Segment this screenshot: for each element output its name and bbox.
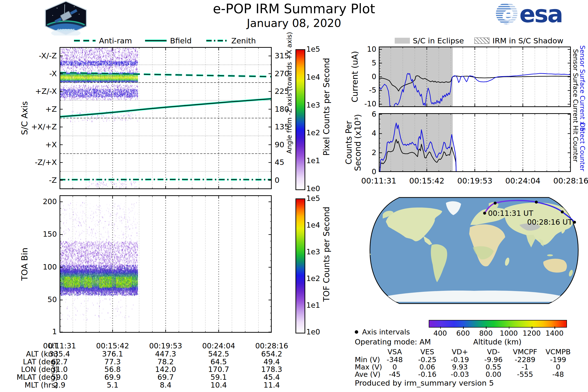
current-ytick-label: -10 (352, 100, 376, 108)
pixel-colorbar-tick: 1e5 (306, 45, 320, 53)
altitude-tick-mark (440, 326, 441, 329)
altitude-tick-label: 1400 (542, 329, 567, 337)
toa-overlay (60, 195, 272, 333)
ephemeris-cell: 64.5 (192, 358, 246, 366)
axis-interval-dot-icon (355, 330, 358, 334)
ephemeris-cell: 45.4 (245, 374, 299, 381)
ephemeris-cell: 69.9 (86, 374, 140, 381)
tof-colorbar-tick: 1e0 (306, 328, 320, 336)
toa-ytick-label: 1 (32, 328, 57, 336)
current-panel (379, 46, 571, 107)
altitude-tick-label: 1200 (520, 329, 544, 337)
track-end-label: 00:28:16 UT (527, 218, 572, 226)
sc-axis-sector-label: -X/-Z (24, 52, 57, 60)
altitude-colorbar (429, 320, 567, 328)
ephemeris-cell: 11.4 (245, 381, 299, 389)
toa-ylabel: TOA Bin (20, 227, 30, 301)
tof-colorbar-tick: 1e4 (306, 221, 320, 229)
ephemeris-cell: 170.7 (192, 366, 246, 374)
ephemeris-cell: 5.1 (86, 381, 140, 389)
toa-ytick-label: 50 (32, 296, 57, 304)
ephemeris-cell: 31.0 (32, 366, 86, 374)
legend-label: S/C in Eclipse (413, 36, 464, 45)
ephemeris-cell: 142.0 (139, 366, 192, 374)
dashdot-line-sample-icon (206, 38, 228, 43)
legend-item-anti-ram: Anti-ram (74, 36, 132, 45)
sc-axis-sector-label: -X (24, 70, 57, 78)
pixel-colorbar-tick: 1e3 (306, 101, 320, 109)
current-right-label-blue: Sensor Surface Current x 5 (579, 45, 586, 114)
ephemeris-cell: 00:28:16 (245, 342, 299, 350)
toa-ytick-label: 100 (32, 263, 57, 271)
toa-ytick-label: 200 (32, 198, 57, 206)
current-ytick-label: 0 (352, 73, 376, 80)
cassiope-patch-logo: CASSIOPE (45, 1, 87, 36)
legend-item-zenith: Zenith (206, 36, 256, 45)
current-ytick-label: -5 (352, 86, 376, 94)
voltage-cell: -48 (538, 370, 578, 378)
ephemeris-cell: 59.0 (32, 374, 86, 381)
angle-tick-label: 315 (275, 52, 294, 60)
ephemeris-cell: 49.4 (245, 358, 299, 366)
ephemeris-cell: 8.4 (139, 381, 192, 389)
ephemeris-cell: 00:11:31 (32, 342, 86, 350)
angle-tick-label: 90 (275, 141, 294, 148)
esa-logo: e esa (496, 1, 579, 28)
legend-label: Bfield (170, 36, 192, 45)
ephemeris-cell: 654.2 (245, 350, 299, 358)
altitude-tick-label: 400 (428, 329, 452, 337)
altitude-tick-mark (509, 326, 510, 329)
voltage-col-header: VCMPB (538, 348, 578, 356)
pixel-colorbar-tick: 1e1 (306, 157, 320, 165)
ephemeris-cell: 00:15:42 (86, 342, 140, 350)
time-tick-label: 00:11:31 (357, 177, 401, 185)
time-tick-label: 00:19:53 (453, 177, 497, 185)
angle-tick-label: 180 (275, 105, 294, 113)
legend-item-bfield: Bfield (144, 36, 192, 45)
altitude-tick-label: 600 (451, 329, 475, 337)
ephemeris-cell: 69.7 (139, 374, 192, 381)
gray-swatch-icon (395, 38, 410, 44)
page-date: January 08, 2020 (157, 17, 431, 30)
operating-mode: Operating mode: AM (355, 338, 431, 346)
legend-item-eclipse: S/C in Eclipse (395, 36, 464, 45)
altitude-tick-mark (532, 326, 532, 329)
ephemeris-cell: 542.5 (192, 350, 246, 358)
tof-colorbar-tick: 1e2 (306, 275, 320, 282)
toa-spectrogram-panel (60, 195, 272, 333)
sc-axis-overlay (60, 47, 272, 189)
voltage-cell: 0 (538, 363, 578, 371)
altitude-tick-mark (486, 326, 486, 329)
ephemeris-cell: 00:19:53 (139, 342, 192, 350)
ephemeris-cell: 62.7 (32, 358, 86, 366)
tof-colorbar-tick: 1e3 (306, 248, 320, 256)
counters-panel (379, 113, 571, 172)
ephemeris-cell: 2.9 (32, 381, 86, 389)
ephemeris-cell: 178.3 (245, 366, 299, 374)
page-title: e-POP IRM Summary Plot (157, 2, 431, 16)
ephemeris-cell: 78.2 (139, 358, 192, 366)
counters-plot (379, 113, 571, 172)
world-map: 00:11:31 UT 00:28:16 UT (368, 196, 581, 305)
angle-tick-label: 270 (275, 70, 294, 78)
pixel-counts-colorbar (296, 49, 305, 190)
counts-right-label-blue: Detect Counter (579, 122, 586, 172)
legend-item-irm-shadow: IRM in S/C Shadow (474, 36, 563, 45)
pixel-colorbar-tick: 1e0 (306, 185, 320, 192)
ephemeris-cell: 77.3 (86, 358, 140, 366)
time-tick-label: 00:28:16 (549, 177, 588, 185)
ephemeris-cell: 335.4 (32, 350, 86, 358)
sc-axis-sector-label: +X/+Z (24, 123, 57, 130)
axis-intervals-legend: Axis intervals (355, 328, 410, 336)
sc-axis-sector-label: -Z/+X (24, 158, 57, 166)
counts-ytick-label: 0 (352, 168, 376, 176)
produced-by: Produced by irm_summary version 5 (355, 378, 494, 387)
angle-tick-label: 135 (275, 123, 294, 130)
current-right-label-black: Sensor Surface Current (572, 49, 579, 108)
current-ytick-label: 10 (352, 45, 376, 53)
ephemeris-cell: 447.3 (139, 350, 192, 358)
pixel-colorbar-title: Pixel Counts per Second (322, 82, 331, 156)
time-tick-label: 00:24:04 (501, 177, 545, 185)
ephemeris-cell: 376.1 (86, 350, 140, 358)
legend-label: IRM in S/C Shadow (492, 36, 563, 45)
